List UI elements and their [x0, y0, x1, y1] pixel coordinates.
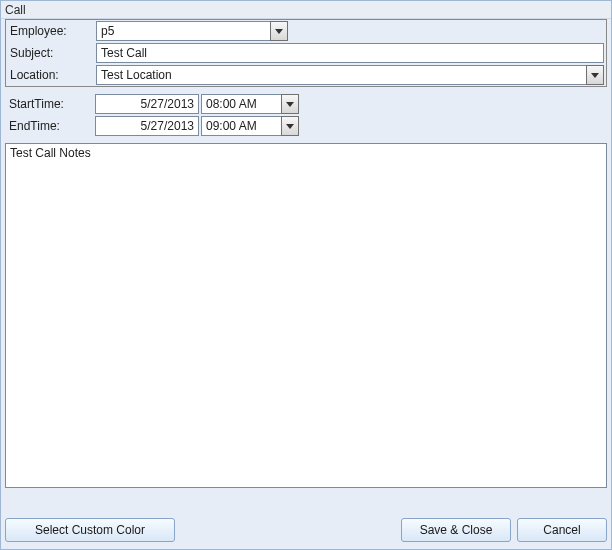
- end-time-row: EndTime:: [5, 115, 607, 137]
- cancel-button[interactable]: Cancel: [517, 518, 607, 542]
- subject-label: Subject:: [8, 46, 96, 60]
- window-title: Call: [1, 1, 611, 19]
- dialog-buttons: Select Custom Color Save & Close Cancel: [5, 517, 607, 543]
- start-time-input[interactable]: [201, 94, 281, 114]
- end-time-label: EndTime:: [7, 119, 95, 133]
- end-time-combo[interactable]: [201, 116, 299, 136]
- location-label: Location:: [8, 68, 96, 82]
- svg-marker-1: [591, 73, 599, 78]
- end-time-dropdown-button[interactable]: [281, 116, 299, 136]
- end-time-input[interactable]: [201, 116, 281, 136]
- start-time-row: StartTime:: [5, 93, 607, 115]
- employee-input[interactable]: [96, 21, 270, 41]
- call-dialog: Call Employee: Subject: Location:: [0, 0, 612, 550]
- header-form: Employee: Subject: Location:: [5, 19, 607, 87]
- notes-textarea[interactable]: [6, 144, 606, 487]
- start-date-input[interactable]: [95, 94, 199, 114]
- employee-dropdown-button[interactable]: [270, 21, 288, 41]
- chevron-down-icon: [275, 29, 283, 34]
- location-input[interactable]: [96, 65, 586, 85]
- svg-marker-3: [286, 124, 294, 129]
- start-time-label: StartTime:: [7, 97, 95, 111]
- start-time-combo[interactable]: [201, 94, 299, 114]
- svg-marker-2: [286, 102, 294, 107]
- start-time-dropdown-button[interactable]: [281, 94, 299, 114]
- svg-marker-0: [275, 29, 283, 34]
- chevron-down-icon: [286, 102, 294, 107]
- select-custom-color-button[interactable]: Select Custom Color: [5, 518, 175, 542]
- notes-container: [5, 143, 607, 488]
- chevron-down-icon: [286, 124, 294, 129]
- end-date-input[interactable]: [95, 116, 199, 136]
- time-form: StartTime: EndTime:: [5, 91, 607, 139]
- subject-row: Subject:: [6, 42, 606, 64]
- employee-label: Employee:: [8, 24, 96, 38]
- employee-combo[interactable]: [96, 21, 288, 41]
- location-combo[interactable]: [96, 65, 604, 85]
- save-close-button[interactable]: Save & Close: [401, 518, 511, 542]
- chevron-down-icon: [591, 73, 599, 78]
- employee-row: Employee:: [6, 20, 606, 42]
- location-dropdown-button[interactable]: [586, 65, 604, 85]
- location-row: Location:: [6, 64, 606, 86]
- subject-input[interactable]: [96, 43, 604, 63]
